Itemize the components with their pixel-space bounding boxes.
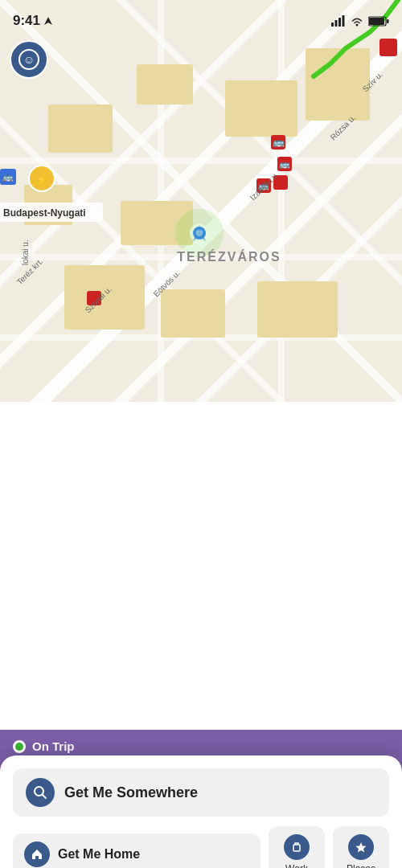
svg-rect-64 (293, 845, 300, 851)
svg-marker-65 (356, 842, 367, 853)
search-icon (33, 785, 47, 800)
status-icons (331, 15, 389, 27)
work-button[interactable]: Work (269, 826, 325, 868)
location-arrow-icon (43, 16, 53, 26)
app-logo: ☺ (10, 40, 48, 79)
svg-rect-57 (343, 15, 345, 27)
battery-icon (368, 16, 389, 27)
get-me-home-button[interactable]: Get Me Home (13, 833, 260, 868)
svg-rect-60 (369, 18, 384, 25)
svg-text:TERÉZVÁROS: TERÉZVÁROS (177, 249, 281, 264)
on-trip-row: On Trip (13, 739, 389, 753)
bottom-panel: Get Me Somewhere Get Me Home (0, 386, 402, 868)
signal-icon (331, 15, 346, 27)
svg-text:Budapest-Nyugati: Budapest-Nyugati (3, 207, 86, 219)
svg-text:🚌: 🚌 (279, 158, 290, 170)
svg-marker-53 (44, 17, 52, 25)
on-trip-indicator (13, 740, 26, 753)
star-icon (355, 841, 367, 854)
svg-text:lokai u.: lokai u. (21, 240, 30, 265)
search-card: Get Me Somewhere Get Me Home (0, 755, 402, 868)
svg-rect-54 (331, 23, 334, 27)
quick-actions: Get Me Home Work Places (13, 826, 389, 868)
svg-rect-56 (338, 18, 341, 27)
home-label: Get Me Home (58, 847, 140, 862)
search-bar[interactable]: Get Me Somewhere (13, 768, 389, 817)
svg-rect-36 (379, 39, 397, 56)
briefcase-icon (290, 841, 303, 854)
places-label: Places (347, 863, 375, 868)
work-icon-circle (284, 834, 310, 860)
svg-rect-55 (335, 20, 338, 27)
status-bar: 9:41 (0, 0, 402, 35)
places-button[interactable]: Places (333, 826, 389, 868)
time-display: 9:41 (13, 13, 40, 29)
svg-text:🚌: 🚌 (273, 136, 285, 148)
svg-text:☺: ☺ (23, 53, 35, 66)
svg-rect-16 (225, 80, 297, 137)
star-icon-circle (348, 834, 374, 860)
search-placeholder: Get Me Somewhere (64, 784, 376, 801)
status-time: 9:41 (13, 13, 53, 29)
search-icon-circle (26, 778, 55, 807)
svg-point-58 (356, 23, 359, 26)
work-label: Work (285, 863, 308, 868)
svg-rect-15 (137, 64, 193, 104)
stop-pin: 🚌 (271, 135, 285, 149)
wifi-icon (351, 16, 363, 27)
svg-rect-19 (161, 289, 225, 338)
svg-rect-14 (48, 104, 113, 153)
on-trip-label: On Trip (32, 739, 75, 753)
svg-rect-20 (257, 281, 338, 338)
map-container[interactable]: 🚌 🚌 🚌 Budapest-Nyugati 🚌 ⚡ (0, 0, 402, 402)
svg-rect-61 (387, 19, 389, 23)
svg-line-63 (43, 795, 47, 799)
home-icon (31, 848, 43, 861)
home-icon-circle (24, 841, 50, 867)
svg-text:⚡: ⚡ (36, 174, 48, 186)
svg-text:🚌: 🚌 (2, 171, 14, 182)
